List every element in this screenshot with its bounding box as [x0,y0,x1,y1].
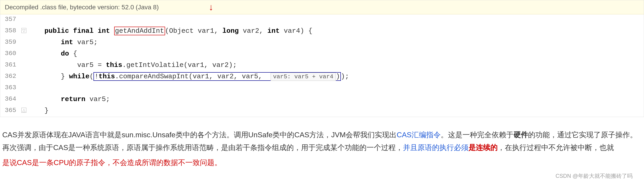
code-content-365: } [28,105,644,116]
line-num-360: 360 [0,49,20,58]
text-p1-cas-link: CAS汇编指令 [396,131,441,139]
fold-area-357 [20,14,28,17]
line-num-359: 359 [0,37,20,47]
text-p1-comma: ，在执行过程中不允许被中断，也就 [498,143,614,152]
fold-area-358[interactable]: ▽ [20,26,28,34]
fold-area-359 [20,37,28,40]
line-num-363: 363 [0,83,20,92]
code-row-358: 358 ▽ public final int getAndAddInt(Obje… [0,26,644,37]
text-p1-blue: 并且原语的执行必须 [403,143,468,152]
text-p2-red: 是说CAS是一条CPU的原子指令，不会造成所谓的数据不一致问题。 [2,158,222,167]
fold-area-360 [20,49,28,51]
text-p1-continuous: 是连续的 [468,143,498,152]
code-content-364: return var5; [28,94,644,104]
code-row-359: 359 int var5; [0,37,644,49]
fold-area-363 [20,83,28,85]
text-section: CAS并发原语体现在JAVA语言中就是sun.misc.Unsafe类中的各个方… [0,124,644,190]
code-content-363 [28,83,644,85]
line-num-358: 358 [0,26,20,36]
code-row-364: 364 return var5; [0,94,644,105]
fold-area-362 [20,71,28,74]
main-container: Decompiled .class file, bytecode version… [0,0,644,190]
fold-area-364 [20,94,28,97]
fold-icon-365[interactable]: △ [22,108,26,113]
csdn-watermark: CSDN @年龄大就不能搬砖了吗 [2,171,637,183]
code-content-362: } while(!this.compareAndSwapInt(var1, va… [28,71,644,82]
fold-area-365[interactable]: △ [20,105,28,114]
decompiled-banner: Decompiled .class file, bytecode version… [0,0,644,14]
code-row-360: 360 do { [0,49,644,60]
line-num-365: 365 [0,105,20,115]
code-content-358: public final int getAndAddInt(Object var… [28,26,644,36]
code-content-360: do { [28,49,644,59]
line-num-362: 362 [0,71,20,81]
text-p1-part2: 。这是一种完全依赖于 [441,131,514,139]
code-row-362: 362 } while(!this.compareAndSwapInt(var1… [0,71,644,83]
down-arrow-icon: ↓ [209,2,213,12]
fold-icon-358[interactable]: ▽ [22,28,26,33]
code-section: Decompiled .class file, bytecode version… [0,0,644,117]
line-num-364: 364 [0,94,20,104]
code-row-363: 363 [0,83,644,94]
code-row-361: 361 var5 = this.getIntVolatile(var1, var… [0,60,644,71]
code-content-361: var5 = this.getIntVolatile(var1, var2); [28,60,644,70]
code-content-359: int var5; [28,37,644,48]
text-p1-hardware: 硬件 [514,131,528,139]
code-row-357: 357 [0,14,644,26]
text-paragraph-1: CAS并发原语体现在JAVA语言中就是sun.misc.Unsafe类中的各个方… [2,128,637,154]
code-row-365: 365 △ } [0,105,644,117]
text-paragraph-2: 是说CAS是一条CPU的原子指令，不会造成所谓的数据不一致问题。 [2,156,637,169]
code-content-357 [28,14,644,17]
text-p1-part1: CAS并发原语体现在JAVA语言中就是sun.misc.Unsafe类中的各个方… [2,131,396,139]
banner-text: Decompiled .class file, bytecode version… [5,4,159,11]
line-num-361: 361 [0,60,20,70]
fold-area-361 [20,60,28,63]
line-num-357: 357 [0,14,20,24]
